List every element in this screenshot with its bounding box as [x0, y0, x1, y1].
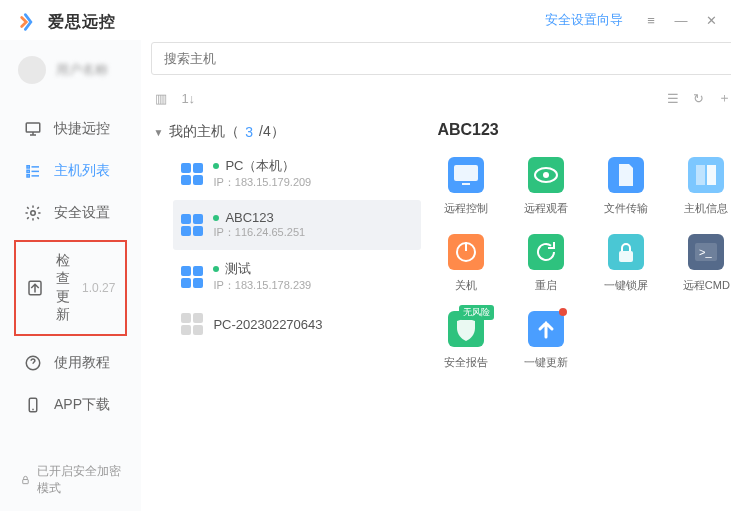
- nav-quick-remote[interactable]: 快捷远控: [0, 108, 141, 150]
- toolbar: ▥ 1↓ ☰ ↻ ＋: [151, 83, 731, 117]
- action-lock[interactable]: 一键锁屏: [597, 234, 655, 293]
- action-eye[interactable]: 远程观看: [517, 157, 575, 216]
- no-risk-badge: 无风险: [459, 305, 494, 320]
- refresh-icon[interactable]: ↻: [691, 89, 706, 108]
- host-item[interactable]: PC-202302270643: [173, 303, 421, 345]
- nav-security[interactable]: 安全设置: [0, 192, 141, 234]
- group-label: 我的主机（: [169, 123, 239, 141]
- version-text: 1.0.27: [82, 281, 115, 295]
- action-label: 安全报告: [444, 355, 488, 370]
- app-title: 爱思远控: [48, 12, 116, 33]
- host-ip: IP：116.24.65.251: [213, 225, 305, 240]
- monitor-icon: [24, 120, 42, 138]
- cmd-icon: >_: [688, 234, 724, 270]
- host-status-icon: [181, 313, 203, 335]
- nav-host-list[interactable]: 主机列表: [0, 150, 141, 192]
- svg-rect-17: [696, 165, 705, 185]
- file-icon: [608, 157, 644, 193]
- action-shield[interactable]: 无风险 安全报告: [437, 311, 495, 370]
- svg-rect-1: [27, 166, 29, 168]
- svg-rect-3: [27, 175, 29, 177]
- nav-app-download[interactable]: APP下载: [0, 384, 141, 426]
- svg-rect-14: [462, 183, 470, 185]
- action-label: 文件传输: [604, 201, 648, 216]
- nav-tutorial[interactable]: 使用教程: [0, 342, 141, 384]
- screen-icon: [448, 157, 484, 193]
- svg-point-16: [543, 172, 549, 178]
- host-name: 测试: [213, 260, 311, 278]
- nav-label: 主机列表: [54, 162, 110, 180]
- host-group-header[interactable]: ▼ 我的主机（3/4）: [151, 117, 421, 147]
- host-ip: IP：183.15.178.239: [213, 278, 311, 293]
- svg-rect-12: [23, 480, 28, 484]
- action-file[interactable]: 文件传输: [597, 157, 655, 216]
- svg-rect-2: [27, 170, 29, 172]
- search-input[interactable]: [151, 42, 731, 75]
- action-label: 远程控制: [444, 201, 488, 216]
- list-icon: [24, 162, 42, 180]
- nav-label: 快捷远控: [54, 120, 110, 138]
- online-dot-icon: [213, 266, 219, 272]
- svg-rect-21: [619, 251, 633, 262]
- host-name: PC-202302270643: [213, 317, 322, 332]
- group-count-online: 3: [245, 124, 253, 140]
- svg-text:>_: >_: [699, 246, 712, 258]
- close-button[interactable]: ✕: [703, 12, 719, 28]
- action-power[interactable]: 关机: [437, 234, 495, 293]
- lock-icon: [20, 473, 31, 487]
- svg-rect-13: [454, 165, 478, 181]
- lock-icon: [608, 234, 644, 270]
- security-status-text: 已开启安全加密模式: [37, 463, 121, 497]
- nav-label: 使用教程: [54, 354, 110, 372]
- nav-check-update[interactable]: 检查更新 1.0.27: [14, 240, 127, 336]
- grid-view-icon[interactable]: ▥: [153, 89, 169, 108]
- action-up[interactable]: 一键更新: [517, 311, 575, 370]
- add-icon[interactable]: ＋: [716, 87, 731, 109]
- security-status: 已开启安全加密模式: [0, 449, 141, 511]
- nav-label: 检查更新: [56, 252, 70, 324]
- avatar: [18, 56, 46, 84]
- online-dot-icon: [213, 163, 219, 169]
- update-dot-icon: [559, 308, 567, 316]
- upload-icon: [26, 279, 44, 297]
- action-label: 远程CMD: [683, 278, 730, 293]
- host-status-icon: [181, 266, 203, 288]
- host-item[interactable]: PC（本机） IP：183.15.179.209: [173, 147, 421, 200]
- svg-point-7: [31, 211, 36, 216]
- action-refresh[interactable]: 重启: [517, 234, 575, 293]
- minimize-button[interactable]: —: [673, 12, 689, 28]
- sort-icon[interactable]: 1↓: [179, 89, 197, 108]
- chevron-down-icon: ▼: [153, 127, 163, 138]
- menu-button[interactable]: ≡: [643, 12, 659, 28]
- security-guide-link[interactable]: 安全设置向导: [545, 11, 623, 29]
- action-label: 一键锁屏: [604, 278, 648, 293]
- nav-label: 安全设置: [54, 204, 110, 222]
- list-view-icon[interactable]: ☰: [665, 89, 681, 108]
- svg-rect-18: [707, 165, 716, 185]
- app-logo: 爱思远控: [0, 2, 141, 42]
- host-status-icon: [181, 214, 203, 236]
- user-name: 用户名称: [56, 61, 108, 79]
- host-name: ABC123: [213, 210, 305, 225]
- host-status-icon: [181, 163, 203, 185]
- host-name: PC（本机）: [213, 157, 311, 175]
- info-icon: [688, 157, 724, 193]
- action-label: 远程观看: [524, 201, 568, 216]
- action-label: 重启: [535, 278, 557, 293]
- gear-icon: [24, 204, 42, 222]
- logo-icon: [18, 11, 40, 33]
- host-ip: IP：183.15.179.209: [213, 175, 311, 190]
- action-info[interactable]: 主机信息: [677, 157, 731, 216]
- help-icon: [24, 354, 42, 372]
- action-screen[interactable]: 远程控制: [437, 157, 495, 216]
- user-profile[interactable]: 用户名称: [0, 46, 141, 100]
- group-count-total: /4）: [259, 123, 285, 141]
- nav-label: APP下载: [54, 396, 110, 414]
- host-item[interactable]: 测试 IP：183.15.178.239: [173, 250, 421, 303]
- selected-host-title: ABC123: [433, 117, 731, 157]
- action-label: 一键更新: [524, 355, 568, 370]
- action-label: 关机: [455, 278, 477, 293]
- power-icon: [448, 234, 484, 270]
- host-item[interactable]: ABC123 IP：116.24.65.251: [173, 200, 421, 250]
- action-cmd[interactable]: >_ 远程CMD: [677, 234, 731, 293]
